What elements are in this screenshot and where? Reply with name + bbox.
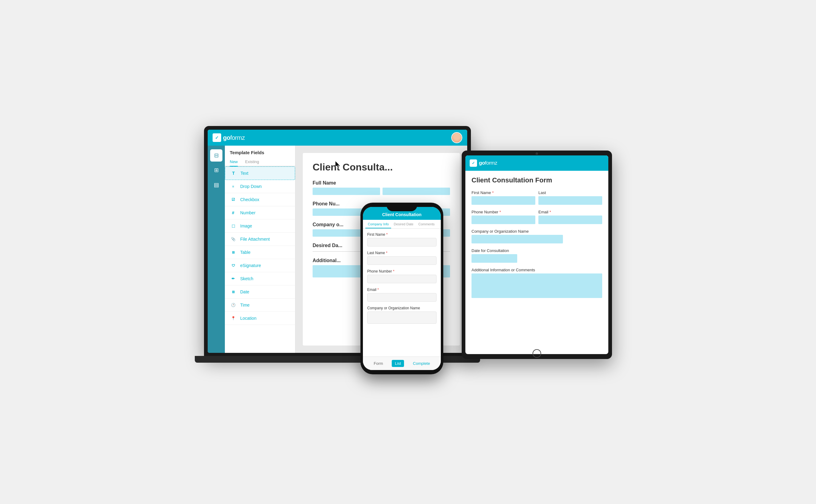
avatar-face <box>452 133 462 143</box>
tablet-screen: ✓ goformz Client Consultation Form First… <box>466 155 608 354</box>
tablet-comments-label: Additional Information or Comments <box>472 268 602 272</box>
tablet-field-comments: Additional Information or Comments <box>472 268 602 298</box>
sidebar-icon-grid[interactable]: ⊞ <box>210 164 222 176</box>
tablet-device: ✓ goformz Client Consultation Form First… <box>462 151 612 359</box>
laptop-topbar: ✓ goformz <box>208 130 467 146</box>
tablet-home[interactable] <box>533 349 541 358</box>
field-item-text[interactable]: T Text <box>225 166 295 180</box>
sidebar-icon-layout[interactable]: ▤ <box>210 179 222 191</box>
tab-new[interactable]: New <box>230 158 238 166</box>
tablet-field-company: Company or Organization Name <box>472 229 602 243</box>
field-label-number: Number <box>240 210 255 215</box>
companyorg-label: Company or Organization Name <box>367 306 437 310</box>
tablet-comments-input[interactable] <box>472 273 602 298</box>
firstname-input[interactable] <box>367 238 437 246</box>
tablet-email-label: Email * <box>538 210 602 214</box>
phonenumber-label: Phone Number * <box>367 269 437 273</box>
complete-button[interactable]: Complete <box>410 360 433 367</box>
field-item-table[interactable]: ⊞ Table <box>225 246 295 259</box>
tablet-company-input[interactable] <box>472 235 563 243</box>
field-item-number[interactable]: # Number <box>225 206 295 220</box>
email-input[interactable] <box>367 293 437 302</box>
tablet-email-input[interactable] <box>538 216 602 224</box>
field-label-esignature: eSignature <box>240 263 261 268</box>
sketch-icon: ✏ <box>230 275 236 282</box>
dropdown-icon: ≡ <box>230 183 236 190</box>
tablet-phone-input[interactable] <box>472 216 535 224</box>
tablet-firstname-input[interactable] <box>472 196 535 205</box>
logo-text: goformz <box>223 134 245 141</box>
list-button[interactable]: List <box>392 360 404 367</box>
tablet-company-label: Company or Organization Name <box>472 229 602 234</box>
field-item-time[interactable]: 🕐 Time <box>225 299 295 312</box>
tablet-name-row: First Name * Last <box>472 190 602 210</box>
tablet-date-label: Date for Consultation <box>472 248 602 253</box>
avatar <box>451 132 462 143</box>
tablet-topbar: ✓ goformz <box>466 155 608 171</box>
field-label-dropdown: Drop Down <box>240 184 262 189</box>
field-label-location: Location <box>240 316 256 321</box>
phone-tab-date[interactable]: Desired Date <box>391 220 416 228</box>
field-label-image: Image <box>240 223 252 228</box>
phone-tab-company[interactable]: Company Info <box>365 220 391 228</box>
phone-field-firstname: First Name * <box>367 232 437 246</box>
tablet-field-phone: Phone Number * <box>472 210 535 224</box>
tablet-lastname-input[interactable] <box>538 196 602 205</box>
field-item-checkbox[interactable]: ☑ Checkbox <box>225 193 295 206</box>
field-item-location[interactable]: 📍 Location <box>225 312 295 325</box>
firstname-label: First Name * <box>367 232 437 237</box>
field-item-image[interactable]: ⬚ Image <box>225 220 295 233</box>
tablet-logo-text: goformz <box>479 160 497 166</box>
field-item-esignature[interactable]: 🛡 eSignature <box>225 259 295 272</box>
form-button[interactable]: Form <box>370 360 386 367</box>
lastname-label: Last Name * <box>367 251 437 255</box>
phone-notch <box>386 203 417 211</box>
location-icon: 📍 <box>230 315 236 322</box>
tablet-logo-icon: ✓ <box>470 159 477 167</box>
goformz-logo: ✓ goformz <box>213 133 245 142</box>
field-label-table: Table <box>240 250 250 255</box>
esignature-icon: 🛡 <box>230 262 236 269</box>
tablet-form-title: Client Consultation Form <box>472 176 602 184</box>
phone-screen: Client Consultation Company Info Desired… <box>363 207 441 370</box>
tablet-field-firstname: First Name * <box>472 190 535 205</box>
logo-icon: ✓ <box>213 133 221 142</box>
field-label-time: Time <box>240 303 250 307</box>
table-icon: ⊞ <box>230 249 236 256</box>
field-label-date: Date <box>240 289 249 294</box>
phone-tabs: Company Info Desired Date Comments <box>363 220 441 229</box>
phonenumber-input[interactable] <box>367 275 437 283</box>
field-item-dropdown[interactable]: ≡ Drop Down <box>225 180 295 193</box>
field-item-sketch[interactable]: ✏ Sketch <box>225 272 295 285</box>
field-label-checkbox: Checkbox <box>240 197 259 202</box>
field-label-sketch: Sketch <box>240 276 253 281</box>
svg-marker-0 <box>335 161 339 168</box>
phone-bottom-bar: Form List Complete <box>363 357 441 370</box>
tablet-form: Client Consultation Form First Name * La… <box>466 171 608 354</box>
field-label-text: Text <box>240 171 248 176</box>
phone-tab-comments[interactable]: Comments <box>416 220 437 228</box>
sidebar-icon-forms[interactable]: ⊟ <box>210 149 222 162</box>
tablet-firstname-label: First Name * <box>472 190 535 195</box>
fullname-first-input[interactable] <box>312 188 380 195</box>
image-icon: ⬚ <box>230 223 236 229</box>
fullname-last-input[interactable] <box>382 188 450 195</box>
tablet-camera <box>536 152 538 155</box>
companyorg-input[interactable] <box>367 311 437 324</box>
fullname-label: Full Name <box>312 180 450 186</box>
time-icon: 🕐 <box>230 302 236 308</box>
phone-field-lastname: Last Name * <box>367 251 437 265</box>
panel-title: Template Fields <box>225 146 295 158</box>
tablet-lastname-label: Last <box>538 190 602 195</box>
lastname-input[interactable] <box>367 256 437 265</box>
form-field-fullname: Full Name <box>312 180 450 195</box>
field-label-file: File Attachment <box>240 237 270 242</box>
field-item-date[interactable]: ⊞ Date <box>225 285 295 299</box>
tablet-date-input[interactable] <box>472 254 517 263</box>
tablet-contact-row: Phone Number * Email * <box>472 210 602 229</box>
tab-existing[interactable]: Existing <box>245 158 259 166</box>
tablet-phone-label: Phone Number * <box>472 210 535 214</box>
phone-topbar-title: Client Consultation <box>382 212 422 217</box>
field-item-file[interactable]: 📎 File Attachment <box>225 233 295 246</box>
tablet-logo: ✓ goformz <box>470 159 497 167</box>
